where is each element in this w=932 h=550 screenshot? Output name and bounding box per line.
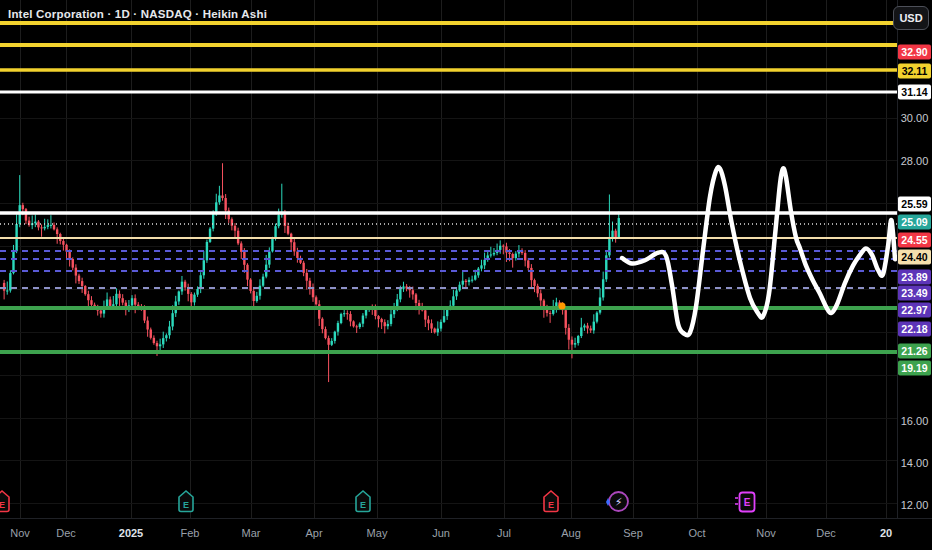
- currency-usd-button[interactable]: USD: [893, 6, 929, 30]
- earnings-icon[interactable]: E: [0, 491, 9, 512]
- time-tick: Feb: [181, 527, 200, 539]
- svg-text:E: E: [548, 500, 554, 510]
- svg-text:⚡: ⚡: [615, 496, 623, 509]
- price-tick: 28.00: [898, 155, 931, 167]
- candlestick-series: [3, 163, 620, 382]
- time-tick: Jul: [497, 527, 511, 539]
- price-label-badge: 32.90: [898, 45, 931, 60]
- time-tick: Nov: [10, 527, 30, 539]
- time-scale[interactable]: NovDec2025FebMarAprMayJunJulAugSepOctNov…: [0, 518, 932, 550]
- price-label-badge: 23.89: [898, 270, 931, 285]
- time-tick: Dec: [816, 527, 836, 539]
- time-tick: Dec: [56, 527, 76, 539]
- price-label-badge: 19.19: [898, 361, 931, 376]
- svg-text:E: E: [0, 500, 5, 510]
- earnings-icon[interactable]: E: [544, 491, 558, 512]
- trade-marker-dot[interactable]: [559, 302, 566, 309]
- svg-text:E: E: [744, 497, 751, 508]
- time-tick: Oct: [688, 527, 705, 539]
- price-label-badge: 25.59: [898, 197, 931, 212]
- earnings-estimate-icon[interactable]: E: [735, 493, 755, 512]
- price-label-badge: 32.11: [898, 64, 931, 79]
- price-tick: 14.00: [898, 457, 931, 469]
- earnings-icon[interactable]: E: [356, 491, 370, 512]
- svg-text:E: E: [360, 500, 366, 510]
- price-label-badge: 24.55: [898, 233, 931, 248]
- price-label-badge: 23.49: [898, 286, 931, 301]
- symbol-legend[interactable]: Intel Corporation · 1D · NASDAQ · Heikin…: [8, 8, 267, 20]
- price-tick: 12.00: [898, 499, 931, 511]
- time-tick: May: [367, 527, 388, 539]
- price-label-badge: 22.97: [898, 303, 931, 318]
- time-tick: Aug: [561, 527, 581, 539]
- price-label-badge: 21.26: [898, 344, 931, 359]
- time-tick: Nov: [756, 527, 776, 539]
- time-tick: 20: [880, 527, 892, 539]
- projection-drawing[interactable]: [622, 167, 895, 335]
- time-tick: 2025: [119, 527, 143, 539]
- event-bolt-icon[interactable]: ⚡: [606, 492, 628, 511]
- price-label-badge: 25.09: [898, 215, 931, 230]
- price-label-badge: 22.18: [898, 322, 931, 337]
- price-label-badge: 24.40: [898, 250, 931, 265]
- chart-root: EEEE⚡E Intel Corporation · 1D · NASDAQ ·…: [0, 0, 932, 550]
- chart-pane[interactable]: EEEE⚡E: [0, 0, 932, 550]
- time-tick: Apr: [305, 527, 322, 539]
- price-label-badge: 31.14: [898, 85, 931, 100]
- time-tick: Jun: [432, 527, 450, 539]
- svg-text:E: E: [183, 500, 189, 510]
- time-tick: Mar: [242, 527, 261, 539]
- price-tick: 30.00: [898, 112, 931, 124]
- price-tick: 16.00: [898, 415, 931, 427]
- price-scale[interactable]: 30.0028.0016.0014.0012.0032.9032.1131.14…: [897, 0, 932, 518]
- time-tick: Sep: [623, 527, 643, 539]
